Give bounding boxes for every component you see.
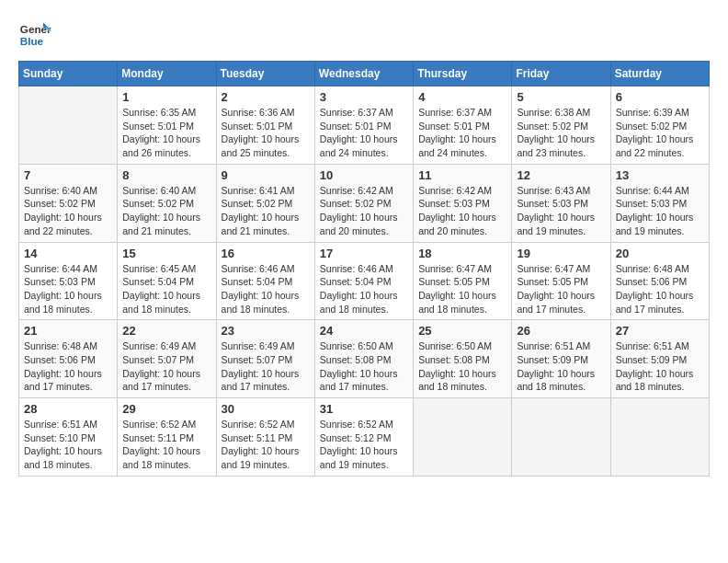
calendar-cell: 19Sunrise: 6:47 AMSunset: 5:05 PMDayligh…: [512, 242, 610, 320]
calendar-cell: 15Sunrise: 6:45 AMSunset: 5:04 PMDayligh…: [118, 242, 216, 320]
svg-text:Blue: Blue: [20, 35, 44, 47]
column-header-wednesday: Wednesday: [314, 62, 413, 86]
week-row-5: 28Sunrise: 6:51 AMSunset: 5:10 PMDayligh…: [19, 398, 710, 477]
day-number: 4: [418, 90, 506, 104]
calendar-cell: [610, 398, 709, 477]
calendar-cell: 28Sunrise: 6:51 AMSunset: 5:10 PMDayligh…: [19, 398, 118, 477]
calendar-cell: 22Sunrise: 6:49 AMSunset: 5:07 PMDayligh…: [118, 320, 216, 398]
column-header-thursday: Thursday: [414, 62, 512, 86]
calendar-cell: [19, 86, 118, 165]
day-number: 26: [517, 324, 605, 338]
day-number: 17: [320, 247, 408, 260]
calendar-cell: 31Sunrise: 6:52 AMSunset: 5:12 PMDayligh…: [314, 398, 413, 477]
day-info: Sunrise: 6:42 AMSunset: 5:03 PMDaylight:…: [418, 184, 506, 238]
day-info: Sunrise: 6:51 AMSunset: 5:10 PMDaylight:…: [24, 418, 112, 472]
day-number: 13: [616, 168, 704, 182]
column-header-friday: Friday: [512, 62, 610, 86]
day-number: 10: [320, 168, 408, 182]
day-number: 11: [418, 168, 506, 182]
calendar-cell: 11Sunrise: 6:42 AMSunset: 5:03 PMDayligh…: [414, 164, 512, 242]
day-number: 23: [222, 324, 310, 338]
day-info: Sunrise: 6:46 AMSunset: 5:04 PMDaylight:…: [222, 262, 310, 316]
calendar-cell: 23Sunrise: 6:49 AMSunset: 5:07 PMDayligh…: [216, 320, 314, 398]
day-number: 24: [320, 324, 408, 338]
day-info: Sunrise: 6:52 AMSunset: 5:11 PMDaylight:…: [222, 418, 310, 472]
day-info: Sunrise: 6:42 AMSunset: 5:02 PMDaylight:…: [320, 184, 408, 238]
day-info: Sunrise: 6:48 AMSunset: 5:06 PMDaylight:…: [616, 262, 704, 316]
day-number: 12: [517, 168, 605, 182]
calendar-cell: 18Sunrise: 6:47 AMSunset: 5:05 PMDayligh…: [414, 242, 512, 320]
day-number: 28: [24, 402, 112, 416]
calendar-cell: 17Sunrise: 6:46 AMSunset: 5:04 PMDayligh…: [314, 242, 413, 320]
calendar-cell: 2Sunrise: 6:36 AMSunset: 5:01 PMDaylight…: [216, 86, 314, 165]
column-header-monday: Monday: [118, 62, 216, 86]
day-info: Sunrise: 6:47 AMSunset: 5:05 PMDaylight:…: [418, 262, 506, 316]
column-header-tuesday: Tuesday: [216, 62, 314, 86]
day-number: 8: [122, 168, 210, 182]
calendar-cell: 7Sunrise: 6:40 AMSunset: 5:02 PMDaylight…: [19, 164, 118, 242]
logo-icon: General Blue: [18, 18, 51, 52]
day-info: Sunrise: 6:40 AMSunset: 5:02 PMDaylight:…: [122, 184, 210, 238]
day-info: Sunrise: 6:35 AMSunset: 5:01 PMDaylight:…: [122, 106, 210, 160]
calendar-cell: 13Sunrise: 6:44 AMSunset: 5:03 PMDayligh…: [610, 164, 709, 242]
day-number: 21: [24, 324, 112, 338]
calendar-cell: 20Sunrise: 6:48 AMSunset: 5:06 PMDayligh…: [610, 242, 709, 320]
day-number: 9: [222, 168, 310, 182]
calendar-cell: 10Sunrise: 6:42 AMSunset: 5:02 PMDayligh…: [314, 164, 413, 242]
day-number: 29: [122, 402, 210, 416]
day-info: Sunrise: 6:49 AMSunset: 5:07 PMDaylight:…: [222, 339, 310, 394]
day-info: Sunrise: 6:37 AMSunset: 5:01 PMDaylight:…: [320, 106, 408, 160]
day-info: Sunrise: 6:52 AMSunset: 5:11 PMDaylight:…: [122, 418, 210, 472]
day-info: Sunrise: 6:50 AMSunset: 5:08 PMDaylight:…: [320, 339, 408, 394]
calendar-cell: 25Sunrise: 6:50 AMSunset: 5:08 PMDayligh…: [414, 320, 512, 398]
week-row-3: 14Sunrise: 6:44 AMSunset: 5:03 PMDayligh…: [19, 242, 710, 320]
calendar-cell: [512, 398, 610, 477]
day-info: Sunrise: 6:49 AMSunset: 5:07 PMDaylight:…: [122, 339, 210, 394]
day-number: 5: [517, 90, 605, 104]
day-info: Sunrise: 6:45 AMSunset: 5:04 PMDaylight:…: [122, 262, 210, 316]
calendar-cell: 4Sunrise: 6:37 AMSunset: 5:01 PMDaylight…: [414, 86, 512, 165]
calendar-cell: 1Sunrise: 6:35 AMSunset: 5:01 PMDaylight…: [118, 86, 216, 165]
day-number: 3: [320, 90, 408, 104]
logo: General Blue: [18, 18, 51, 52]
calendar-cell: 21Sunrise: 6:48 AMSunset: 5:06 PMDayligh…: [19, 320, 118, 398]
calendar-cell: 14Sunrise: 6:44 AMSunset: 5:03 PMDayligh…: [19, 242, 118, 320]
calendar-cell: 29Sunrise: 6:52 AMSunset: 5:11 PMDayligh…: [118, 398, 216, 477]
day-info: Sunrise: 6:44 AMSunset: 5:03 PMDaylight:…: [24, 262, 112, 316]
page-header: General Blue: [18, 18, 710, 52]
day-number: 30: [222, 402, 310, 416]
day-number: 25: [418, 324, 506, 338]
day-info: Sunrise: 6:48 AMSunset: 5:06 PMDaylight:…: [24, 339, 112, 394]
day-number: 31: [320, 402, 408, 416]
week-row-1: 1Sunrise: 6:35 AMSunset: 5:01 PMDaylight…: [19, 86, 710, 165]
day-number: 27: [616, 324, 704, 338]
day-info: Sunrise: 6:38 AMSunset: 5:02 PMDaylight:…: [517, 106, 605, 160]
svg-text:General: General: [20, 23, 51, 35]
day-number: 7: [24, 168, 112, 182]
day-number: 19: [517, 247, 605, 260]
calendar-cell: 30Sunrise: 6:52 AMSunset: 5:11 PMDayligh…: [216, 398, 314, 477]
day-info: Sunrise: 6:36 AMSunset: 5:01 PMDaylight:…: [222, 106, 310, 160]
day-info: Sunrise: 6:51 AMSunset: 5:09 PMDaylight:…: [616, 339, 704, 394]
day-number: 1: [122, 90, 210, 104]
calendar-cell: 12Sunrise: 6:43 AMSunset: 5:03 PMDayligh…: [512, 164, 610, 242]
day-info: Sunrise: 6:43 AMSunset: 5:03 PMDaylight:…: [517, 184, 605, 238]
day-number: 14: [24, 247, 112, 260]
column-header-sunday: Sunday: [19, 62, 118, 86]
day-number: 16: [222, 247, 310, 260]
week-row-2: 7Sunrise: 6:40 AMSunset: 5:02 PMDaylight…: [19, 164, 710, 242]
calendar-cell: 9Sunrise: 6:41 AMSunset: 5:02 PMDaylight…: [216, 164, 314, 242]
calendar-cell: 8Sunrise: 6:40 AMSunset: 5:02 PMDaylight…: [118, 164, 216, 242]
day-info: Sunrise: 6:46 AMSunset: 5:04 PMDaylight:…: [320, 262, 408, 316]
day-number: 6: [616, 90, 704, 104]
calendar-cell: 24Sunrise: 6:50 AMSunset: 5:08 PMDayligh…: [314, 320, 413, 398]
day-number: 18: [418, 247, 506, 260]
day-number: 2: [222, 90, 310, 104]
calendar-cell: 3Sunrise: 6:37 AMSunset: 5:01 PMDaylight…: [314, 86, 413, 165]
day-info: Sunrise: 6:50 AMSunset: 5:08 PMDaylight:…: [418, 339, 506, 394]
calendar-header-row: SundayMondayTuesdayWednesdayThursdayFrid…: [19, 62, 710, 86]
column-header-saturday: Saturday: [610, 62, 709, 86]
calendar-cell: 6Sunrise: 6:39 AMSunset: 5:02 PMDaylight…: [610, 86, 709, 165]
day-info: Sunrise: 6:40 AMSunset: 5:02 PMDaylight:…: [24, 184, 112, 238]
calendar-cell: 27Sunrise: 6:51 AMSunset: 5:09 PMDayligh…: [610, 320, 709, 398]
